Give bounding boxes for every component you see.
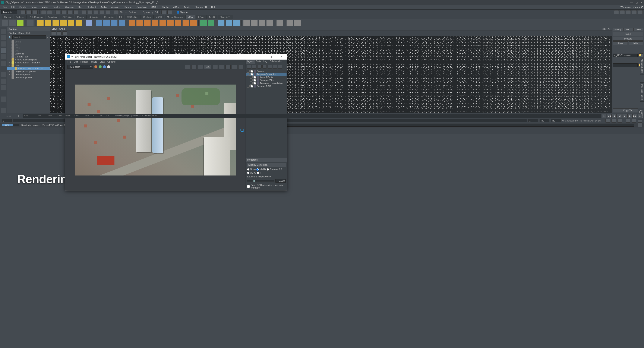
- menu-edit[interactable]: Edit: [10, 5, 17, 9]
- layout-b-icon[interactable]: [620, 10, 625, 14]
- outliner-item[interactable]: front: [7, 46, 50, 49]
- menu-deform[interactable]: Deform: [123, 5, 134, 9]
- save-scene-icon[interactable]: [33, 10, 38, 14]
- vfb-render-region-icon[interactable]: [226, 65, 230, 69]
- prefs-icon[interactable]: [617, 119, 622, 122]
- vfb-image-area[interactable]: [65, 70, 246, 190]
- time-slider-track[interactable]: (0, 0) 1x1 Raw 0.000 0.000 0.000 HSV 0 0…: [23, 114, 601, 118]
- prev-key-icon[interactable]: ◀|: [612, 114, 617, 118]
- shelf-tab-uvediting[interactable]: UV Editing: [60, 15, 74, 19]
- setkey-icon[interactable]: [611, 119, 616, 122]
- vfb-layer-row[interactable]: Denoiser: unavailable: [246, 82, 286, 85]
- menu-phoenixfd[interactable]: Phoenix FD: [193, 5, 208, 9]
- save-rgb-primaries-checkbox[interactable]: Save RGB primaries conversion to image: [247, 184, 286, 189]
- outliner-menu-display[interactable]: Display: [8, 32, 16, 34]
- current-frame-field[interactable]: 1: [15, 115, 22, 117]
- layers-load-icon[interactable]: [262, 65, 267, 68]
- char-set-label[interactable]: No Character Set: [562, 120, 578, 122]
- shelf-chaos-icon[interactable]: [294, 20, 301, 26]
- vp-cam-icon[interactable]: [51, 32, 56, 35]
- layout-a-icon[interactable]: [614, 10, 619, 14]
- vfb-layer-row[interactable]: Source: RGB: [246, 85, 286, 88]
- menu-modify[interactable]: Modify: [40, 5, 50, 9]
- modeling-toolkit-vertical-tab[interactable]: Modeling Toolkit: [640, 82, 644, 102]
- shelf-hair-icon[interactable]: [136, 20, 143, 26]
- shelf-tab-sculpting[interactable]: Sculpting: [46, 15, 59, 19]
- anim-start-field[interactable]: 360: [540, 119, 550, 122]
- shelf-cloud-icon[interactable]: [218, 20, 224, 26]
- hide-button[interactable]: Hide: [629, 42, 643, 45]
- radio-srgb[interactable]: sRGB: [256, 168, 266, 170]
- vp-bookmark-icon[interactable]: [57, 32, 62, 35]
- vfb-layer-row[interactable]: Display Correction: [246, 73, 286, 76]
- time-slider[interactable]: 1 10 1 (0, 0) 1x1 Raw 0.000 0.000 0.000 …: [0, 113, 644, 118]
- outliner-item[interactable]: +defaultLightSet: [7, 73, 50, 76]
- layout-c-icon[interactable]: [626, 10, 631, 14]
- vfb-menu-render[interactable]: Render: [80, 60, 88, 63]
- open-scene-icon[interactable]: [27, 10, 32, 14]
- shelf-tab-curves[interactable]: Curves: [2, 15, 13, 19]
- shelf-tab-xgen[interactable]: XGen: [196, 15, 206, 19]
- menu-cache[interactable]: Cache: [160, 5, 170, 9]
- shelf-tab-fxcaching[interactable]: FX Caching: [125, 15, 140, 19]
- exposure-slider[interactable]: [247, 180, 274, 182]
- play-fwd-icon[interactable]: ▶: [622, 114, 627, 118]
- vfb-maximize-icon[interactable]: ▢: [268, 54, 276, 59]
- shelf-decal-icon[interactable]: [182, 20, 189, 26]
- select-tool-icon[interactable]: [1, 28, 6, 34]
- vfb-tab-stats[interactable]: Stats: [255, 60, 262, 64]
- play-forward-icon[interactable]: [162, 10, 166, 14]
- outliner-toggle-icon[interactable]: [1, 96, 6, 102]
- lasso-tool-icon[interactable]: [1, 35, 6, 40]
- vp-grid-icon[interactable]: [62, 32, 67, 35]
- vfb-tab-collab[interactable]: Collaboration: [268, 60, 284, 64]
- audio-icon[interactable]: [626, 119, 630, 122]
- radio-ocio[interactable]: OCIO: [247, 172, 256, 174]
- vfb-titlebar[interactable]: V-Ray Frame Buffer - [100.0% of 960 x 54…: [65, 54, 287, 60]
- shelf-tab-phoenixfd[interactable]: PhoenixFD: [218, 15, 233, 19]
- menu-playback[interactable]: Playback: [85, 5, 98, 9]
- shelf-scatter-icon[interactable]: [152, 20, 158, 26]
- selmask-b-icon[interactable]: [62, 10, 66, 14]
- shelf-ies-light-icon[interactable]: [68, 20, 74, 26]
- focus-button[interactable]: Focus: [613, 32, 643, 36]
- vfb-copy-icon[interactable]: [191, 65, 196, 69]
- shelf-frame-icon[interactable]: [276, 20, 283, 26]
- go-end-icon[interactable]: ⏭: [638, 114, 642, 118]
- menu-windows[interactable]: Windows: [63, 5, 76, 9]
- attr-tab-glass[interactable]: Glass: [633, 28, 643, 31]
- anim-layer-label[interactable]: No Anim Layer: [580, 120, 594, 122]
- shelf-rs-icon[interactable]: [251, 20, 258, 26]
- viewport-menu-view[interactable]: View: [52, 28, 57, 30]
- script-editor-icon[interactable]: [638, 123, 642, 127]
- shelf-proxy2-icon[interactable]: [103, 20, 110, 26]
- layout-d-icon[interactable]: [632, 10, 637, 14]
- shelf-tab-rendering[interactable]: Rendering: [102, 15, 116, 19]
- vfb-layer-row[interactable]: Stamp: [246, 70, 286, 73]
- shelf-fur-icon[interactable]: [129, 20, 135, 26]
- vfb-close-icon[interactable]: ✕: [277, 54, 285, 59]
- undo-icon[interactable]: [41, 10, 46, 14]
- selmask-d-icon[interactable]: [74, 10, 78, 14]
- outliner-item[interactable]: camera1: [7, 52, 50, 55]
- shelf-tab-motiongraphics[interactable]: Motion Graphics: [165, 15, 185, 19]
- radio-none[interactable]: None: [247, 168, 256, 170]
- search-options-icon[interactable]: [47, 37, 48, 38]
- menu-select[interactable]: Select: [29, 5, 39, 9]
- module-selector[interactable]: Animation: [1, 10, 17, 14]
- shelf-denoise-icon[interactable]: [266, 20, 273, 26]
- attr-tab-time1[interactable]: time1: [623, 28, 633, 31]
- rotate-tool-icon[interactable]: [1, 54, 6, 59]
- menu-mash[interactable]: MASH: [149, 5, 159, 9]
- shelf-mtl-icon[interactable]: [226, 20, 232, 26]
- outliner-item[interactable]: VRayGaussianSplat1: [7, 58, 50, 61]
- vfb-layer-row[interactable]: Lens Effects: [246, 76, 286, 79]
- layout-four-icon[interactable]: [1, 85, 6, 90]
- step-fwd-icon[interactable]: ▶▶: [632, 114, 637, 118]
- viewport-gear-icon[interactable]: ⚙: [608, 27, 610, 30]
- show-button[interactable]: Show: [613, 42, 628, 45]
- snap-curve-icon[interactable]: [88, 10, 92, 14]
- play-pause-icon[interactable]: [168, 10, 172, 14]
- outliner-item[interactable]: side: [7, 49, 50, 52]
- move-tool-icon[interactable]: [1, 48, 6, 53]
